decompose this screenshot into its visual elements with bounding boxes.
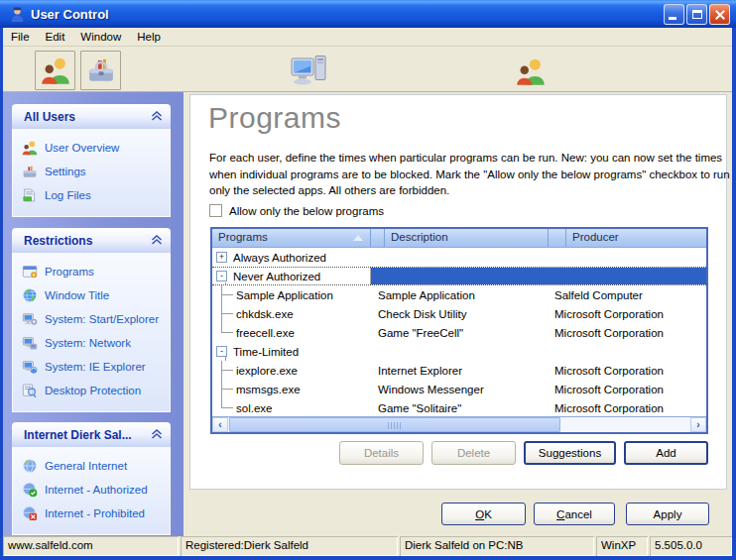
column-header-producer[interactable]: Producer bbox=[566, 229, 706, 247]
tree-connector bbox=[212, 304, 236, 323]
table-row-msmsgs[interactable]: msmsgs.exe Windows Messenger Microsoft C… bbox=[212, 380, 706, 398]
globe-icon bbox=[22, 287, 38, 303]
page-title: Programs bbox=[208, 101, 341, 135]
scroll-right-icon[interactable]: › bbox=[690, 417, 706, 432]
table-row-always-authorized[interactable]: + Always Authorized bbox=[212, 248, 706, 267]
table-row-sol[interactable]: sol.exe Game "Solitaire" Microsoft Corpo… bbox=[212, 398, 706, 417]
sidebar-item-log-files[interactable]: Log Files bbox=[13, 183, 170, 207]
selection-highlight bbox=[371, 268, 706, 284]
menu-help[interactable]: Help bbox=[129, 29, 169, 45]
sidebar-item-desktop-protection[interactable]: Desktop Protection bbox=[13, 379, 170, 402]
sidebar-item-programs[interactable]: Programs bbox=[13, 260, 170, 283]
restrictions-section-header[interactable]: Restrictions bbox=[12, 228, 171, 253]
sidebar-item-system-network[interactable]: System: Network bbox=[13, 331, 170, 355]
sidebar-section-all-users: All Users User Overview Settings bbox=[12, 104, 171, 217]
expand-icon[interactable]: + bbox=[216, 252, 227, 263]
column-header-spacer bbox=[371, 229, 385, 247]
sidebar-item-window-title[interactable]: Window Title bbox=[13, 283, 170, 307]
body-area: All Users User Overview Settings bbox=[3, 92, 732, 536]
ok-button[interactable]: OK bbox=[441, 503, 526, 525]
page-description: For each user, define the times when par… bbox=[209, 150, 731, 199]
window-border-bottom bbox=[0, 556, 736, 560]
delete-button[interactable]: Delete bbox=[431, 441, 516, 465]
collapse-icon[interactable]: - bbox=[216, 271, 227, 281]
sidebar-item-system-start-explorer[interactable]: System: Start/Explorer bbox=[13, 307, 170, 331]
add-button[interactable]: Add bbox=[624, 441, 708, 465]
minimize-button[interactable] bbox=[664, 4, 684, 25]
system-icon bbox=[22, 311, 38, 327]
settings-toolbar-button[interactable] bbox=[80, 51, 121, 90]
horizontal-scrollbar[interactable]: ‹ › bbox=[212, 416, 706, 432]
pc-icon bbox=[291, 55, 326, 87]
all-users-section-header[interactable]: All Users bbox=[12, 104, 171, 129]
toolbox-icon bbox=[86, 56, 116, 85]
tree-connector bbox=[212, 323, 236, 342]
collapse-chevron-icon[interactable] bbox=[151, 429, 163, 441]
tree-connector bbox=[212, 398, 236, 417]
close-button[interactable] bbox=[709, 4, 730, 25]
sort-ascending-icon bbox=[353, 235, 363, 241]
table-row-sample-application[interactable]: Sample Application Sample Application Sa… bbox=[212, 285, 706, 304]
title-bar: User Control bbox=[0, 0, 736, 28]
user-selector-icon bbox=[515, 56, 547, 86]
programs-table: Programs Description Producer bbox=[210, 227, 708, 434]
allow-only-checkbox[interactable] bbox=[209, 204, 222, 217]
status-registered: Registered:Dierk Salfeld bbox=[181, 536, 398, 556]
network-icon bbox=[22, 335, 38, 351]
users-toolbar-button[interactable] bbox=[35, 51, 75, 90]
sidebar-section-internet: Internet Dierk Sal... General Internet I… bbox=[12, 422, 171, 535]
programs-icon bbox=[22, 264, 38, 280]
status-version: 5.505.0.0 bbox=[650, 536, 732, 556]
table-row-never-authorized[interactable]: - Never Authorized bbox=[212, 267, 706, 285]
collapse-icon[interactable]: - bbox=[216, 346, 227, 357]
sidebar-item-general-internet[interactable]: General Internet bbox=[13, 454, 170, 478]
minimize-icon bbox=[669, 17, 676, 20]
menu-window[interactable]: Window bbox=[72, 29, 129, 45]
suggestions-button[interactable]: Suggestions bbox=[524, 441, 616, 465]
menu-file[interactable]: File bbox=[3, 29, 38, 45]
table-row-time-limited[interactable]: - Time-Limited bbox=[212, 342, 706, 361]
table-header: Programs Description Producer bbox=[212, 229, 706, 248]
table-row-iexplore[interactable]: iexplore.exe Internet Explorer Microsoft… bbox=[212, 361, 706, 380]
globe-icon bbox=[22, 458, 38, 474]
column-header-spacer bbox=[549, 229, 566, 247]
window-title: User Control bbox=[31, 7, 662, 22]
status-website: www.salfeld.com bbox=[3, 536, 179, 556]
toolbar: PC Name: NB User Name: Group Dierk Salfe… bbox=[3, 47, 732, 92]
content-outer: Programs For each user, define the times… bbox=[186, 92, 735, 536]
sidebar-item-user-overview[interactable]: User Overview bbox=[13, 136, 170, 160]
column-header-programs[interactable]: Programs bbox=[212, 229, 371, 247]
sidebar-item-system-ie-explorer[interactable]: System: IE Explorer bbox=[13, 355, 170, 379]
cancel-button[interactable]: Cancel bbox=[534, 503, 615, 525]
sidebar-item-settings[interactable]: Settings bbox=[13, 160, 170, 183]
table-row-freecell[interactable]: freecell.exe Game "FreeCell" Microsoft C… bbox=[212, 323, 706, 342]
tree-connector bbox=[212, 361, 236, 380]
scrollbar-thumb[interactable] bbox=[229, 417, 560, 432]
users-icon bbox=[22, 140, 38, 156]
table-action-buttons: Details Delete Suggestions Add bbox=[190, 441, 708, 465]
log-files-icon bbox=[22, 187, 38, 203]
menu-edit[interactable]: Edit bbox=[38, 29, 73, 45]
column-header-description[interactable]: Description bbox=[385, 229, 549, 247]
collapse-chevron-icon[interactable] bbox=[151, 111, 163, 123]
users-icon bbox=[41, 56, 70, 85]
content-panel: Programs For each user, define the times… bbox=[189, 94, 727, 490]
table-row-chkdsk[interactable]: chkdsk.exe Check Disk Utility Microsoft … bbox=[212, 304, 706, 323]
maximize-button[interactable] bbox=[686, 4, 707, 25]
app-icon bbox=[9, 6, 26, 23]
collapse-chevron-icon[interactable] bbox=[151, 235, 163, 247]
apply-button[interactable]: Apply bbox=[626, 503, 709, 525]
internet-section-header[interactable]: Internet Dierk Sal... bbox=[12, 422, 171, 447]
status-bar: www.salfeld.com Registered:Dierk Salfeld… bbox=[3, 536, 732, 556]
sidebar-item-internet-authorized[interactable]: Internet - Authorized bbox=[13, 478, 170, 502]
tree-connector bbox=[212, 285, 236, 304]
sidebar-section-restrictions: Restrictions Programs Window Title bbox=[12, 228, 171, 412]
sidebar-item-internet-prohibited[interactable]: Internet - Prohibited bbox=[13, 502, 170, 525]
details-button[interactable]: Details bbox=[339, 441, 424, 465]
settings-icon bbox=[22, 164, 38, 179]
status-os: WinXP bbox=[596, 536, 648, 556]
desktop-protection-icon bbox=[22, 383, 38, 398]
ie-icon bbox=[22, 359, 38, 375]
scroll-left-icon[interactable]: ‹ bbox=[212, 417, 228, 432]
status-user-pc: Dierk Salfeld on PC:NB bbox=[400, 536, 594, 556]
